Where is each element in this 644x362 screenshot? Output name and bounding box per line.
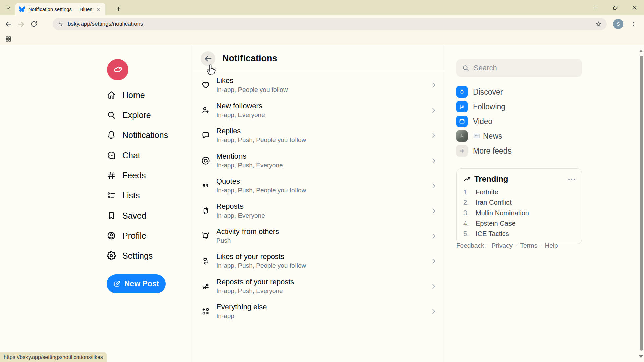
newspaper-emoji-icon [473,132,480,140]
trend-rank: 2. [463,199,471,206]
feed-label: More feeds [473,146,512,156]
row-label: New followers [216,102,424,110]
browser-tab[interactable]: Notification settings — Bluesky [15,3,105,15]
chevron-right-icon [430,182,437,189]
sidebar-item-lists[interactable]: Lists [107,185,168,205]
row-label: Activity from others [216,227,424,236]
quote-icon [201,181,210,190]
feed-item-discover[interactable]: Discover [456,84,582,99]
setting-row-new-followers[interactable]: New followersIn-app, Everyone [193,98,445,123]
row-subtitle: In-app, Push, People you follow [216,187,424,194]
page-scrollbar[interactable] [639,45,644,362]
chevron-right-icon [430,308,437,315]
chevron-right-icon [430,132,437,139]
setting-row-everything-else[interactable]: Everything elseIn-app [193,299,445,324]
trend-label: Epstein Case [476,220,516,227]
terms-link[interactable]: Terms [520,242,537,249]
scrollbar-thumb[interactable] [640,56,643,351]
setting-row-activity-from-others[interactable]: Activity from othersPush [193,223,445,248]
scrollbar-up-arrow[interactable] [639,50,643,52]
browser-forward-icon[interactable] [15,18,28,31]
trend-label: Iran Conflict [476,199,512,206]
trending-item[interactable]: 2. Iran Conflict [463,199,575,206]
feed-label: Video [473,117,492,126]
plus-icon [456,145,468,157]
row-label: Replies [216,127,424,135]
setting-row-reposts-of-your-reposts[interactable]: Reposts of your repostsIn-app, Push, Eve… [193,274,445,299]
feed-item-video[interactable]: Video [456,114,582,129]
site-settings-tune-icon[interactable] [57,21,64,27]
news-feed-avatar [456,130,468,142]
apps-grid-icon[interactable] [5,36,12,42]
sidebar-item-chat[interactable]: Chat [107,145,168,165]
new-post-button[interactable]: New Post [107,274,166,293]
window-close-icon[interactable] [630,3,639,12]
user-avatar[interactable] [107,59,128,80]
separator: · [540,242,542,249]
repost-icon [201,206,210,215]
trending-item[interactable]: 5. ICE Tactics [463,230,575,238]
reply-bubble-icon [201,131,210,140]
sidebar-item-explore[interactable]: Explore [107,105,168,125]
setting-row-likes[interactable]: LikesIn-app, People you follow [193,72,445,98]
row-label: Reposts [216,202,424,211]
chevron-right-icon [430,258,437,264]
scrollbar-down-arrow[interactable] [639,355,643,358]
feed-item-more-feeds[interactable]: More feeds [456,143,582,158]
window-minimize-icon[interactable] [591,3,600,12]
tab-strip: Notification settings — Bluesky [0,0,644,15]
footer-links: Feedback · Privacy · Terms · Help [456,242,558,249]
row-subtitle: In-app, Push, Everyone [216,162,424,169]
sidebar-item-feeds[interactable]: Feeds [107,165,168,185]
browser-back-icon[interactable] [2,18,15,31]
film-icon [456,116,468,127]
sidebar-item-saved[interactable]: Saved [107,205,168,226]
tab-search-chevron-icon[interactable] [3,3,13,13]
trend-label: Mullin Nomination [476,209,529,217]
sidebar-item-notifications[interactable]: Notifications [107,125,168,145]
person-icon [107,231,116,240]
tab-close-icon[interactable] [95,5,102,13]
bookmarks-bar [0,33,644,45]
person-plus-icon [201,106,210,115]
privacy-link[interactable]: Privacy [492,242,513,249]
bookmark-star-icon[interactable] [595,21,602,28]
sidebar-item-profile[interactable]: Profile [107,226,168,246]
shaka-hand-doodle-icon [109,61,126,78]
address-bar[interactable]: bsky.app/settings/notifications [53,18,607,30]
trend-rank: 3. [463,209,471,217]
setting-row-reposts[interactable]: RepostsIn-app, Everyone [193,198,445,223]
browser-menu-dots-icon[interactable] [629,20,638,28]
sidebar-label: Lists [122,191,140,200]
setting-row-quotes[interactable]: QuotesIn-app, Push, People you follow [193,173,445,198]
browser-profile-avatar[interactable]: S [613,19,623,29]
trending-item[interactable]: 1. Fortnite [463,188,575,196]
trending-options-dots-icon[interactable] [568,178,575,180]
back-button[interactable] [201,51,215,66]
setting-row-replies[interactable]: RepliesIn-app, Push, People you follow [193,123,445,148]
feedback-link[interactable]: Feedback [456,242,484,249]
search-placeholder: Search [474,64,497,72]
row-label: Reposts of your reposts [216,278,424,286]
setting-row-mentions[interactable]: MentionsIn-app, Push, Everyone [193,148,445,173]
trending-item[interactable]: 4. Epstein Case [463,220,575,227]
feed-item-news[interactable]: News [456,129,582,143]
feed-label: Discover [473,87,503,97]
list-icon [107,191,116,200]
new-post-label: New Post [124,279,159,288]
row-subtitle: In-app, Push, Everyone [216,287,424,295]
search-input[interactable]: Search [456,59,582,77]
chevron-right-icon [430,107,437,114]
browser-reload-icon[interactable] [28,18,40,31]
trending-item[interactable]: 3. Mullin Nomination [463,209,575,217]
sidebar-item-home[interactable]: Home [107,85,168,105]
separator: · [515,242,517,249]
help-link[interactable]: Help [545,242,558,249]
gear-icon [107,251,116,260]
chevron-right-icon [430,82,437,88]
setting-row-likes-of-your-reposts[interactable]: Likes of your repostsIn-app, Push, Peopl… [193,248,445,274]
sidebar-item-settings[interactable]: Settings [107,246,168,266]
window-restore-icon[interactable] [610,3,620,12]
new-tab-plus-icon[interactable] [113,4,123,14]
feed-item-following[interactable]: Following [456,99,582,114]
